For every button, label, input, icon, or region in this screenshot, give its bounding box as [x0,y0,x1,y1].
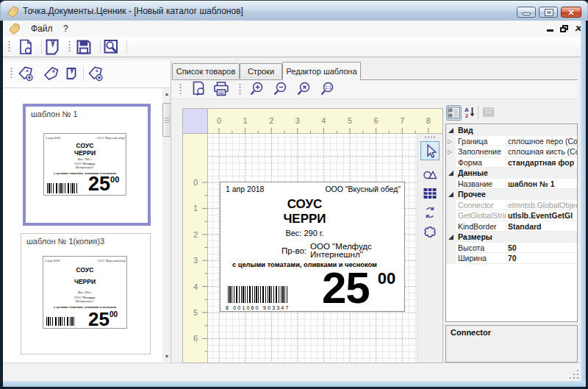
resize-grip[interactable] [569,369,578,379]
ruler-corner [183,109,208,134]
property-category[interactable]: Данные [446,168,577,179]
vertical-ruler: 0 1 2 3 4 [183,134,208,363]
zoom-out-button[interactable] [270,80,290,98]
label-date[interactable]: 1 апр 2018 [226,185,264,193]
row-marker: ▷ [446,136,456,147]
print-button[interactable] [212,80,231,98]
open-template-button-2[interactable] [62,65,81,82]
column-divider [506,157,506,168]
collapse-icon [448,192,453,197]
property-category[interactable]: Размеры [446,232,577,243]
open-template-button[interactable] [43,38,62,56]
label-price[interactable]: 2500 [322,266,395,310]
copy-template-button[interactable] [42,65,61,82]
mdi-restore-button[interactable] [558,23,570,35]
zoom-in-button[interactable] [247,80,266,98]
row-marker [446,210,456,221]
minimize-button[interactable] [517,7,536,18]
mini-producer-1: ООО "Мелфудс [43,296,126,299]
h-ruler-number: 6 [374,116,379,125]
shapes-icon [423,167,437,182]
close-button[interactable]: ✕ [561,7,581,18]
main-toolbar [3,37,581,57]
toolbar-grip[interactable] [239,83,241,96]
v-ruler-number: 6 [193,334,198,343]
toolbar-grip[interactable] [8,40,10,53]
shapes-tool-button[interactable] [423,167,437,182]
label-company[interactable]: ООО "Вкусный обед" [325,185,401,193]
property-category[interactable]: Вид [446,125,577,136]
delete-template-button[interactable] [87,65,106,82]
figure-tool-button[interactable] [423,224,437,239]
maximize-button[interactable] [539,7,558,18]
mdi-close-icon: ✕ [572,23,581,35]
maximize-icon [545,10,553,15]
tab-template-editor[interactable]: Редактор шаблона [282,62,361,80]
menu-file[interactable]: Файл [26,21,58,37]
toolbar-grip[interactable] [179,83,182,96]
svg-text:1:1: 1:1 [325,85,331,90]
canvas-area[interactable]: 1 апр 2018 ООО "Вкусный обед" СОУСЧЕРРИ … [208,134,442,363]
cursor-icon [421,142,439,160]
add-template-button[interactable] [17,65,36,82]
new-catalog-button[interactable] [16,38,35,56]
mini-date: 1 апр 2018 [45,259,60,263]
template-card-1[interactable]: шаблон № 1 1 апр 2018ООО "Вкусный обед" … [23,104,151,226]
palette-grip[interactable] [424,136,436,138]
preview-button[interactable] [190,80,209,98]
toolbar-grip[interactable] [68,40,71,53]
rotate-tool-button[interactable] [423,205,437,220]
save-button[interactable] [74,38,93,56]
template-name: шаблон № 1(копия)3 [26,237,104,246]
mini-price: 2500 [88,176,119,193]
tag-plus-icon [18,65,35,82]
template-card-2[interactable]: шаблон № 1(копия)3 1 апр 2018ООО "Вкусны… [21,233,151,354]
label-barcode[interactable] [228,286,288,303]
template-list: шаблон № 1 1 апр 2018ООО "Вкусный обед" … [3,88,171,363]
template-editor-page: 1:1 0 1 2 [171,79,578,363]
property-panel: А 2 Вид▷Границасплошное пе [445,104,578,363]
h-ruler-number: 7 [400,116,404,125]
select-tool-button[interactable] [420,141,440,160]
label-producer-line2: Интернешнл" [310,250,363,259]
expand-icon[interactable]: ▷ [448,136,452,147]
mini-product-2: ЧЕРРИ [43,279,126,285]
tab-rows[interactable]: Строки [240,63,282,79]
mini-company: ООО "Вкусный обед" [98,259,126,263]
mini-top-row: 1 апр 2018ООО "Вкусный обед" [45,259,126,263]
column-divider [506,146,506,157]
description-title: Connector [451,328,491,337]
tab-product-list[interactable]: Список товаров [172,63,240,79]
label-weight[interactable]: Вес: 290 г. [220,229,389,238]
mini-date: 1 апр 2018 [46,136,60,140]
property-category[interactable]: Прочее [446,189,577,200]
app-window: Точка.Документы.Ценник - [Новый каталог … [0,0,588,389]
table-tool-button[interactable] [423,186,437,201]
mdi-minimize-button[interactable] [545,23,556,35]
v-ruler-number: 5 [193,308,198,317]
alphabetical-button[interactable]: А 2 [462,105,478,121]
property-pages-button[interactable] [481,105,497,121]
column-divider [506,179,506,190]
menu-help[interactable]: ? [58,21,74,37]
label-product[interactable]: СОУСЧЕРРИ [220,197,389,226]
table-icon [423,186,437,201]
label-design[interactable]: 1 апр 2018 ООО "Вкусный обед" СОУСЧЕРРИ … [220,182,405,312]
title-bar[interactable]: Точка.Документы.Ценник - [Новый каталог … [0,0,588,21]
client-area: Файл ? ✕ [3,21,581,381]
zoom-actual-button[interactable]: 1:1 [318,80,337,98]
thumb-grip-icon [165,118,170,123]
v-ruler-number: 0 [193,178,198,187]
categorized-button[interactable] [446,105,462,121]
zoom-cancel-button[interactable] [294,80,313,98]
toolbar-grip[interactable] [10,67,12,79]
label-producer[interactable]: Пр-во: ООО "МелфудсИнтернешнл" [282,243,372,258]
save-preview-button[interactable] [101,38,121,56]
toolbar-separator [100,40,101,54]
mdi-child-icon [8,22,21,35]
mini-producer-2: Интернешнл" [44,165,126,169]
h-ruler-ticks: 0 1 2 3 4 [208,109,442,133]
mdi-close-button[interactable]: ✕ [572,23,581,35]
mini-price-kop: 00 [110,175,119,184]
expand-icon[interactable]: ▷ [448,146,452,157]
